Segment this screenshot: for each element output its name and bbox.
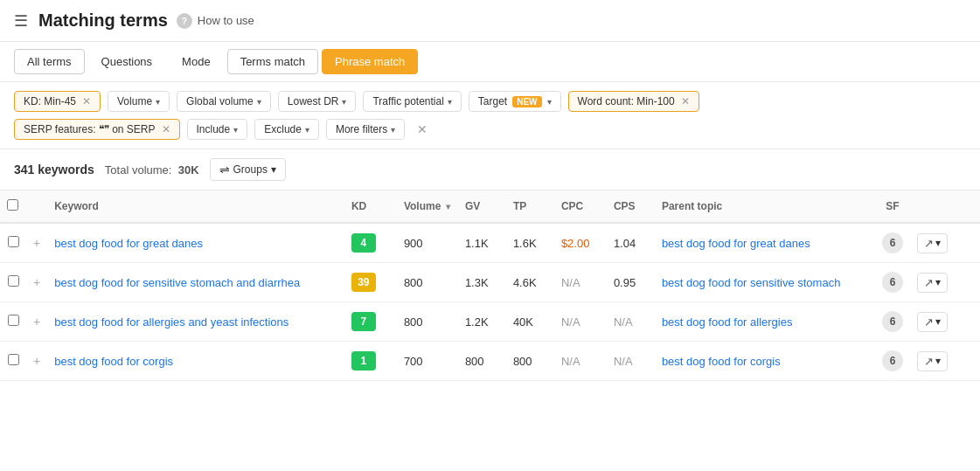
- volume-cell: 900: [397, 223, 458, 263]
- clear-all-filters-button[interactable]: ✕: [412, 121, 433, 138]
- keyword-cell: best dog food for allergies and yeast in…: [47, 302, 344, 342]
- keyword-link[interactable]: best dog food for corgis: [54, 355, 173, 368]
- tab-phrase-match[interactable]: Phrase match: [322, 49, 418, 74]
- filter-global-volume-dropdown[interactable]: Global volume ▾: [177, 91, 271, 112]
- filter-volume-dropdown[interactable]: Volume ▾: [108, 91, 170, 112]
- gv-cell: 1.1K: [458, 223, 506, 263]
- cps-cell: 1.04: [607, 223, 655, 263]
- filter-kd-close[interactable]: ✕: [82, 95, 91, 107]
- row-checkbox[interactable]: [8, 354, 19, 365]
- action-cell: ↗ ▾: [910, 263, 980, 302]
- tab-terms-match[interactable]: Terms match: [227, 49, 318, 74]
- add-keyword-button[interactable]: +: [33, 275, 40, 289]
- tab-all-terms[interactable]: All terms: [14, 49, 85, 74]
- filter-include-label: Include: [197, 123, 231, 135]
- header-kd: KD: [344, 190, 397, 223]
- sf-cell: 6: [875, 223, 910, 263]
- volume-cell: 800: [397, 302, 458, 342]
- filter-exclude-dropdown[interactable]: Exclude ▾: [254, 119, 319, 140]
- filter-include-dropdown[interactable]: Include ▾: [187, 119, 248, 140]
- include-arrow-icon: ▾: [233, 125, 238, 135]
- trend-action-button[interactable]: ↗ ▾: [917, 273, 948, 293]
- how-to-use-link[interactable]: How to use: [198, 14, 254, 27]
- hamburger-icon[interactable]: ☰: [14, 11, 28, 31]
- header-cps: CPS: [607, 190, 655, 223]
- trend-action-button[interactable]: ↗ ▾: [917, 233, 948, 253]
- groups-arrow-icon: ▾: [271, 163, 276, 176]
- filter-row-1: KD: Min-45 ✕ Volume ▾ Global volume ▾ Lo…: [14, 91, 966, 112]
- gv-cell: 1.3K: [458, 263, 506, 302]
- parent-topic-link[interactable]: best dog food for corgis: [662, 355, 781, 368]
- keyword-link[interactable]: best dog food for great danes: [54, 237, 203, 250]
- keywords-table: Keyword KD Volume ▾ GV TP CPC CPS Parent…: [0, 190, 980, 381]
- table-row: + best dog food for corgis 1 700 800 800…: [0, 342, 980, 381]
- kd-badge: 1: [351, 351, 376, 371]
- filter-serp-features-close[interactable]: ✕: [162, 123, 170, 135]
- header-volume[interactable]: Volume ▾: [397, 190, 458, 223]
- action-cell: ↗ ▾: [910, 223, 980, 263]
- parent-topic-cell: best dog food for great danes: [655, 223, 875, 263]
- add-keyword-button[interactable]: +: [33, 354, 40, 368]
- add-keyword-button[interactable]: +: [33, 236, 40, 250]
- row-checkbox[interactable]: [8, 275, 19, 287]
- filter-serp-features[interactable]: SERP features: ❝❞ on SERP ✕: [14, 119, 180, 140]
- trend-icon: ↗: [924, 237, 934, 250]
- keyword-cell: best dog food for sensitive stomach and …: [47, 263, 344, 302]
- header-keyword: Keyword: [47, 190, 344, 223]
- keyword-link[interactable]: best dog food for sensitive stomach and …: [54, 276, 300, 289]
- header-tp: TP: [506, 190, 554, 223]
- tab-questions[interactable]: Questions: [88, 49, 166, 74]
- filter-lowest-dr-label: Lowest DR: [288, 95, 339, 107]
- tp-cell: 800: [506, 342, 554, 381]
- action-arrow-icon: ▾: [935, 355, 941, 367]
- action-cell: ↗ ▾: [910, 302, 980, 342]
- filter-kd[interactable]: KD: Min-45 ✕: [14, 91, 101, 112]
- gv-cell: 1.2K: [458, 302, 506, 342]
- help-icon[interactable]: ?: [177, 13, 192, 29]
- groups-button[interactable]: ⇌ Groups ▾: [210, 158, 286, 181]
- row-checkbox-cell: [0, 263, 26, 302]
- sf-badge: 6: [882, 350, 903, 371]
- cpc-cell: N/A: [554, 342, 607, 381]
- row-checkbox[interactable]: [8, 236, 19, 247]
- tab-bar: All terms Questions Mode Terms match Phr…: [0, 42, 980, 82]
- sf-cell: 6: [875, 342, 910, 381]
- select-all-checkbox[interactable]: [7, 199, 18, 211]
- volume-cell: 800: [397, 263, 458, 302]
- trend-action-button[interactable]: ↗ ▾: [917, 312, 948, 332]
- keywords-count: 341 keywords: [14, 163, 94, 177]
- parent-topic-link[interactable]: best dog food for allergies: [662, 315, 793, 329]
- table-row: + best dog food for sensitive stomach an…: [0, 263, 980, 302]
- filter-traffic-potential-dropdown[interactable]: Traffic potential ▾: [363, 91, 461, 112]
- add-keyword-button[interactable]: +: [33, 315, 40, 329]
- keyword-link[interactable]: best dog food for allergies and yeast in…: [54, 315, 288, 329]
- tab-mode[interactable]: Mode: [169, 49, 224, 74]
- filter-word-count[interactable]: Word count: Min-100 ✕: [568, 91, 699, 112]
- trend-action-button[interactable]: ↗ ▾: [917, 351, 948, 371]
- cpc-cell: N/A: [554, 302, 607, 342]
- filter-target-dropdown[interactable]: Target NEW ▾: [469, 91, 561, 112]
- parent-topic-link[interactable]: best dog food for great danes: [662, 237, 810, 250]
- row-checkbox[interactable]: [8, 315, 19, 326]
- sf-cell: 6: [875, 302, 910, 342]
- global-volume-arrow-icon: ▾: [257, 97, 261, 107]
- traffic-potential-arrow-icon: ▾: [448, 97, 452, 107]
- volume-sort-icon: ▾: [446, 202, 450, 211]
- parent-topic-link[interactable]: best dog food for sensitive stomach: [662, 276, 841, 289]
- cpc-cell: N/A: [554, 263, 607, 302]
- filter-word-count-close[interactable]: ✕: [681, 95, 690, 107]
- filter-global-volume-label: Global volume: [186, 95, 254, 107]
- filter-more-filters-label: More filters: [336, 123, 387, 135]
- cps-cell: N/A: [607, 302, 655, 342]
- kd-cell: 1: [344, 342, 397, 381]
- row-add-cell: +: [26, 342, 47, 381]
- gv-cell: 800: [458, 342, 506, 381]
- filter-row-2: SERP features: ❝❞ on SERP ✕ Include ▾ Ex…: [14, 119, 966, 140]
- tp-cell: 4.6K: [506, 263, 554, 302]
- header-gv: GV: [458, 190, 506, 223]
- filter-lowest-dr-dropdown[interactable]: Lowest DR ▾: [278, 91, 357, 112]
- kd-badge: 4: [351, 233, 376, 253]
- header-checkbox: [0, 190, 26, 223]
- filter-more-filters-dropdown[interactable]: More filters ▾: [326, 119, 405, 140]
- groups-label: Groups: [233, 163, 268, 176]
